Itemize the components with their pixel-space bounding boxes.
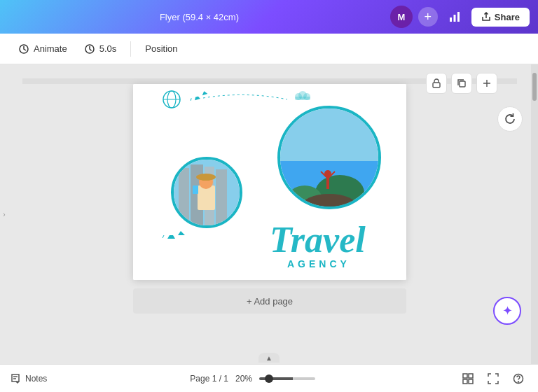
- svg-rect-21: [326, 175, 329, 189]
- svg-rect-17: [280, 161, 378, 206]
- view-controls: [458, 369, 528, 388]
- topbar: Flyer (59.4 × 42cm) M + Share: [0, 0, 538, 34]
- notes-section: Notes: [10, 373, 47, 384]
- svg-line-23: [321, 172, 328, 178]
- svg-point-18: [315, 175, 364, 210]
- toolbar: Animate 5.0s Position: [0, 34, 538, 64]
- add-page-button[interactable]: + Add page: [133, 288, 406, 314]
- more-options-button[interactable]: [476, 73, 497, 94]
- flyer-canvas[interactable]: Travel AGENCY: [133, 84, 406, 280]
- animate-button[interactable]: Animate: [11, 39, 74, 59]
- zoom-level: 20%: [235, 374, 252, 384]
- share-button[interactable]: Share: [471, 8, 530, 27]
- svg-point-33: [199, 175, 213, 189]
- svg-rect-31: [216, 169, 227, 225]
- document-title: Flyer (59.4 × 42cm): [160, 12, 239, 22]
- svg-rect-16: [280, 108, 378, 206]
- copy-element-button[interactable]: [451, 73, 472, 94]
- panel-expand-arrow[interactable]: ▲: [258, 353, 280, 363]
- svg-point-26: [172, 158, 241, 227]
- svg-rect-5: [433, 83, 440, 88]
- svg-point-19: [287, 186, 322, 214]
- svg-rect-36: [193, 186, 198, 194]
- left-panel-handle[interactable]: ›: [0, 64, 8, 364]
- svg-point-20: [301, 194, 357, 219]
- svg-line-24: [328, 172, 335, 178]
- page-info: Page 1 / 1: [190, 374, 228, 384]
- magic-button[interactable]: ✦: [493, 297, 521, 325]
- zoom-slider[interactable]: [259, 377, 315, 380]
- add-collaborator-button[interactable]: +: [418, 7, 438, 27]
- svg-point-22: [324, 170, 331, 177]
- svg-rect-13: [295, 97, 310, 100]
- svg-point-25: [174, 160, 240, 225]
- svg-rect-35: [202, 175, 210, 181]
- svg-rect-2: [457, 12, 460, 22]
- svg-rect-32: [198, 186, 215, 210]
- svg-text:AGENCY: AGENCY: [287, 258, 350, 270]
- avatar-button[interactable]: M: [390, 6, 413, 28]
- right-scrollbar[interactable]: [531, 64, 538, 364]
- svg-rect-30: [205, 167, 214, 225]
- main-area: ›: [0, 64, 538, 364]
- svg-point-12: [303, 93, 310, 100]
- notes-icon: [10, 373, 21, 384]
- notes-label[interactable]: Notes: [25, 374, 47, 384]
- position-button[interactable]: Position: [138, 39, 184, 58]
- refresh-button[interactable]: [497, 106, 523, 132]
- svg-point-10: [295, 93, 302, 100]
- svg-text:Travel: Travel: [270, 220, 366, 260]
- svg-point-11: [298, 91, 307, 99]
- svg-rect-41: [463, 379, 467, 384]
- svg-rect-42: [469, 379, 473, 384]
- toolbar-divider: [130, 41, 131, 57]
- svg-rect-28: [179, 168, 189, 225]
- svg-point-14: [280, 108, 378, 206]
- bottombar: Notes Page 1 / 1 20%: [0, 364, 538, 392]
- duration-button[interactable]: 5.0s: [77, 39, 124, 59]
- svg-point-8: [167, 91, 176, 108]
- page-info-section: Page 1 / 1 20%: [190, 374, 315, 384]
- topbar-right: M + Share: [390, 6, 530, 28]
- svg-point-44: [518, 382, 518, 382]
- grid-view-button[interactable]: [458, 369, 478, 388]
- fullscreen-button[interactable]: [483, 369, 503, 388]
- svg-rect-1: [453, 15, 455, 22]
- svg-point-7: [163, 91, 180, 108]
- svg-point-34: [196, 174, 216, 181]
- svg-rect-27: [174, 160, 240, 225]
- svg-rect-29: [191, 164, 203, 225]
- lock-element-button[interactable]: [426, 73, 447, 94]
- svg-rect-40: [469, 374, 473, 378]
- svg-point-15: [279, 107, 380, 208]
- canvas-float-toolbar: [426, 73, 497, 94]
- help-button[interactable]: [509, 369, 528, 388]
- svg-rect-0: [450, 18, 452, 22]
- analytics-button[interactable]: [443, 6, 466, 28]
- svg-rect-39: [463, 374, 467, 378]
- svg-rect-6: [460, 81, 465, 87]
- canvas-area: Travel AGENCY + Add page ✦: [8, 64, 531, 364]
